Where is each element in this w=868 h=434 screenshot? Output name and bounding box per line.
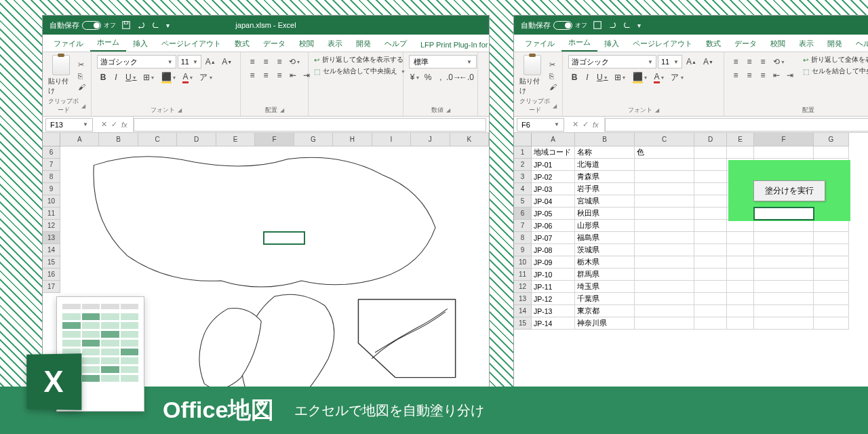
row-header[interactable]: 11 — [43, 208, 60, 220]
cell[interactable] — [814, 293, 849, 305]
percent-button[interactable]: % — [422, 71, 434, 84]
cell[interactable] — [694, 159, 727, 171]
row-header[interactable]: 1 — [514, 146, 532, 159]
row-header[interactable]: 8 — [43, 171, 60, 183]
row-header[interactable]: 3 — [514, 171, 532, 183]
cell[interactable] — [754, 256, 814, 269]
cell[interactable] — [694, 281, 727, 293]
qat-dropdown-icon[interactable]: ▾ — [637, 22, 641, 29]
column-header[interactable]: I — [372, 133, 411, 146]
dialog-launcher-icon[interactable]: ◢ — [655, 107, 659, 113]
cell[interactable] — [814, 256, 849, 269]
cell[interactable] — [635, 256, 694, 269]
column-header[interactable]: G — [814, 133, 849, 146]
comma-button[interactable]: , — [435, 71, 447, 84]
fill-color-button[interactable]: ⬛▼ — [630, 71, 651, 84]
copy-icon[interactable]: ⎘ — [78, 72, 85, 80]
cell[interactable] — [814, 317, 849, 330]
dialog-launcher-icon[interactable]: ◢ — [178, 107, 182, 113]
cell[interactable] — [635, 269, 694, 281]
cell[interactable]: 色 — [635, 146, 694, 159]
row-header[interactable]: 8 — [514, 232, 532, 244]
cell[interactable]: JP-13 — [532, 305, 575, 317]
align-right-icon[interactable]: ≡ — [273, 68, 285, 82]
cell[interactable] — [635, 317, 694, 330]
row-header[interactable]: 2 — [514, 159, 532, 171]
ribbon-tab[interactable]: ホーム — [561, 34, 597, 52]
cell[interactable]: JP-01 — [532, 159, 575, 171]
column-header[interactable]: B — [575, 133, 635, 146]
formula-input[interactable] — [134, 118, 486, 132]
cell[interactable]: JP-02 — [532, 171, 575, 183]
increase-font-icon[interactable]: A▲ — [684, 55, 699, 68]
ribbon-tab[interactable]: 数式 — [699, 35, 728, 52]
cell[interactable] — [754, 305, 814, 317]
cell[interactable] — [694, 208, 727, 220]
merge-center-button[interactable]: ⬚セルを結合して中央 — [803, 66, 868, 76]
cell[interactable] — [635, 293, 694, 305]
cell[interactable] — [814, 281, 849, 293]
row-header[interactable]: 9 — [514, 244, 532, 256]
font-size-select[interactable]: 11▼ — [658, 55, 682, 68]
cell[interactable]: JP-08 — [532, 244, 575, 256]
ribbon-tab[interactable]: ヘルプ — [378, 35, 414, 52]
cell[interactable] — [754, 208, 814, 220]
format-painter-icon[interactable]: 🖌 — [549, 83, 557, 91]
cell[interactable]: JP-14 — [532, 317, 575, 330]
cell[interactable] — [694, 220, 727, 232]
cell[interactable]: JP-04 — [532, 195, 575, 208]
row-header[interactable]: 9 — [43, 183, 60, 195]
orientation-icon[interactable]: ⟲▼ — [770, 55, 788, 68]
dialog-launcher-icon[interactable]: ◢ — [553, 103, 557, 109]
cell[interactable]: 山形県 — [575, 220, 635, 232]
cell[interactable] — [814, 232, 849, 244]
cell[interactable] — [635, 159, 694, 171]
align-bottom-icon[interactable]: ≡ — [757, 55, 769, 68]
cut-icon[interactable]: ✂ — [78, 60, 85, 69]
cell[interactable]: 北海道 — [575, 159, 635, 171]
row-header[interactable]: 6 — [43, 146, 60, 159]
align-bottom-icon[interactable]: ≡ — [273, 55, 285, 68]
row-header[interactable]: 12 — [43, 220, 60, 232]
cell[interactable]: 岩手県 — [575, 183, 635, 195]
cell[interactable] — [727, 244, 754, 256]
fb-confirm-icon[interactable]: ✓ — [583, 120, 589, 129]
phonetic-button[interactable]: ア▼ — [197, 71, 216, 84]
cell[interactable]: JP-11 — [532, 281, 575, 293]
dialog-launcher-icon[interactable]: ◢ — [280, 107, 284, 113]
align-center-icon[interactable]: ≡ — [260, 68, 272, 82]
cell[interactable]: 埼玉県 — [575, 281, 635, 293]
save-icon[interactable] — [121, 20, 131, 30]
cell[interactable]: 青森県 — [575, 171, 635, 183]
row-header[interactable]: 10 — [43, 195, 60, 208]
row-header[interactable]: 5 — [514, 195, 532, 208]
cell[interactable] — [727, 269, 754, 281]
italic-button[interactable]: I — [581, 71, 593, 84]
increase-font-icon[interactable]: A▲ — [203, 55, 218, 68]
ribbon-tab[interactable]: 開発 — [349, 35, 378, 52]
cell[interactable]: 名称 — [575, 146, 635, 159]
cell[interactable]: 千葉県 — [575, 293, 635, 305]
cell[interactable] — [635, 208, 694, 220]
fb-cancel-icon[interactable]: ✕ — [572, 120, 578, 129]
ribbon-tab[interactable]: データ — [256, 35, 292, 52]
copy-icon[interactable]: ⎘ — [549, 72, 557, 80]
execute-fill-button[interactable]: 塗分けを実行 — [753, 180, 825, 201]
underline-button[interactable]: U▼ — [123, 71, 140, 84]
ribbon-tab[interactable]: 表示 — [792, 35, 821, 52]
cell[interactable] — [727, 232, 754, 244]
formula-input[interactable] — [605, 118, 868, 132]
row-header[interactable]: 12 — [514, 281, 532, 293]
ribbon-tab[interactable]: ホーム — [90, 34, 126, 52]
cell[interactable]: 秋田県 — [575, 208, 635, 220]
cell[interactable]: 栃木県 — [575, 256, 635, 269]
cell[interactable] — [694, 293, 727, 305]
decrease-decimal-icon[interactable]: ←.0 — [460, 71, 473, 84]
column-header[interactable]: E — [727, 133, 754, 146]
align-left-icon[interactable]: ≡ — [730, 68, 742, 82]
column-header[interactable]: G — [294, 133, 333, 146]
column-header[interactable]: A — [60, 133, 99, 146]
selected-cell[interactable] — [264, 232, 304, 244]
cell[interactable] — [694, 183, 727, 195]
qat-dropdown-icon[interactable]: ▾ — [166, 22, 170, 29]
